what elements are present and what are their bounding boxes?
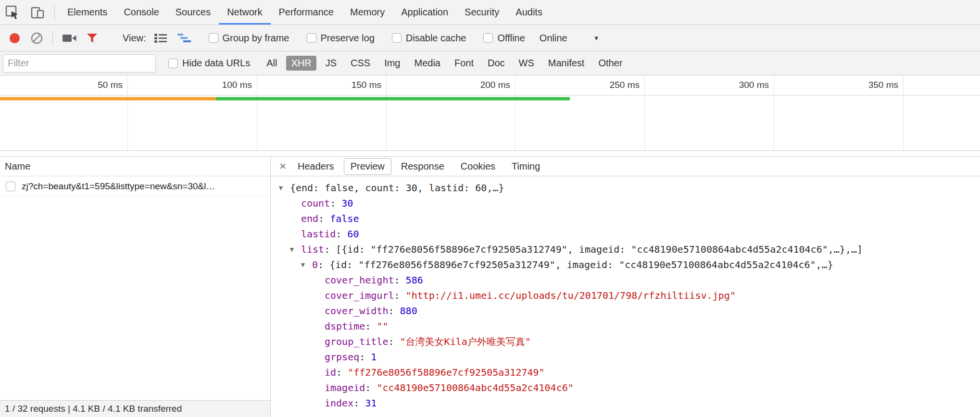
property-key: lastid (301, 228, 336, 240)
detail-tab[interactable]: Response (394, 158, 451, 175)
timeline-bar (216, 97, 570, 100)
detail-tab-label: Headers (298, 161, 334, 172)
resource-type-filter[interactable]: Other (593, 56, 627, 71)
resource-type-filter-label: CSS (351, 58, 370, 68)
filter-row: Hide data URLs All XHR JS CSS (0, 51, 980, 75)
toolbar-checkbox-group[interactable]: Preserve log (307, 33, 375, 44)
detail-tab[interactable]: Headers (291, 158, 341, 175)
panel-tab[interactable]: Console (115, 0, 167, 25)
request-row[interactable]: zj?ch=beauty&t1=595&listtype=new&sn=30&l… (0, 176, 270, 196)
panel-tab[interactable]: Memory (342, 0, 393, 25)
inspect-element-button[interactable] (0, 0, 25, 25)
panel-tab[interactable]: Audits (507, 0, 551, 25)
property-key: grpseq (325, 351, 359, 363)
checkbox[interactable] (307, 33, 316, 43)
panel-tab-label: Network (227, 7, 262, 18)
panel-tab[interactable]: Application (393, 0, 456, 25)
filter-toggle-button[interactable] (82, 33, 102, 43)
preview-tree-row[interactable]: imageid : "cc48190e57100864abc4d55a2c410… (271, 380, 980, 395)
preview-tree-row[interactable]: ▼ 0 : {id: "ff276e8056f58896e7cf92505a31… (271, 257, 980, 272)
close-icon[interactable]: × (275, 159, 291, 173)
resource-type-filter-label: Img (384, 58, 400, 68)
preview-tree-row[interactable]: ▼ list : [{id: "ff276e8056f58896e7cf9250… (271, 242, 980, 257)
preview-tree-row[interactable]: dsptime : "" (271, 319, 980, 334)
resource-type-filter[interactable]: Doc (483, 56, 510, 71)
device-toolbar-icon (30, 5, 45, 20)
list-view-button[interactable] (149, 33, 172, 43)
screenshot-capture-button[interactable] (57, 33, 82, 43)
checkbox[interactable] (168, 59, 178, 68)
filter-input[interactable] (3, 54, 156, 73)
panel-tab-label: Audits (515, 7, 542, 18)
resource-type-filter[interactable]: Media (409, 56, 445, 71)
panel-tab[interactable]: Elements (59, 0, 115, 25)
record-button[interactable] (10, 33, 20, 43)
expander-icon[interactable]: ▼ (277, 184, 290, 192)
preview-tree-row[interactable]: cover_width : 880 (271, 303, 980, 319)
resource-type-filter[interactable]: Font (450, 56, 478, 71)
panel-tab[interactable]: Security (456, 0, 507, 25)
property-value: {end: false, count: 30, lastid: 60,…} (290, 182, 504, 194)
timeline-gridline (774, 75, 774, 150)
expander-icon[interactable]: ▼ (289, 245, 301, 253)
detail-tab[interactable]: Timing (505, 158, 547, 175)
resource-type-filter[interactable]: Img (379, 56, 405, 71)
preview-tree-row[interactable]: count : 30 (271, 196, 980, 211)
checkbox[interactable] (209, 33, 218, 43)
preview-tree-row[interactable]: lastid : 60 (271, 226, 980, 242)
property-value: 60 (347, 228, 359, 240)
devtools-tabbar: Elements Console Sources Network Perform… (0, 0, 980, 25)
resource-type-filter[interactable]: CSS (346, 56, 375, 71)
property-key: id (325, 367, 336, 378)
property-colon: : (318, 259, 329, 270)
timeline-overview[interactable]: 50 ms100 ms150 ms200 ms250 ms300 ms350 m… (0, 75, 980, 151)
toolbar-checkbox-group[interactable]: Disable cache (392, 33, 466, 44)
property-key: cover_width (325, 305, 388, 317)
timeline-tick-label: 200 ms (429, 80, 510, 90)
resource-type-filter[interactable]: Manifest (543, 56, 590, 71)
preview-tree-row[interactable]: grpseq : 1 (271, 349, 980, 365)
resource-type-filter[interactable]: XHR (286, 56, 316, 71)
detail-tab[interactable]: Cookies (454, 158, 502, 175)
checkbox[interactable] (392, 33, 402, 43)
resource-type-filter[interactable]: All (262, 56, 282, 71)
clear-button[interactable] (25, 32, 48, 45)
preview-tree-row[interactable]: ▼ {end: false, count: 30, lastid: 60,…} (271, 180, 980, 196)
preview-tree-row[interactable]: index : 31 (271, 395, 980, 411)
hide-data-urls-checkbox[interactable]: Hide data URLs (168, 58, 250, 69)
preview-tree-row[interactable]: cover_imgurl : "http://i1.umei.cc/upload… (271, 288, 980, 303)
panel-tab[interactable]: Performance (271, 0, 342, 25)
timeline-gridline (644, 75, 645, 150)
panel-tab-label: Sources (176, 7, 211, 18)
resource-type-filter[interactable]: JS (321, 56, 341, 71)
request-icon (6, 182, 15, 191)
inspect-cursor-icon (5, 5, 20, 20)
preview-tree-row[interactable]: end : false (271, 211, 980, 226)
waterfall-view-button[interactable] (172, 33, 196, 43)
preview-tree-row[interactable]: id : "ff276e8056f58896e7cf92505a312749" (271, 365, 980, 380)
property-key: dsptime (325, 320, 365, 332)
devtools-window: Elements Console Sources Network Perform… (0, 0, 980, 417)
toolbar-checkbox-group[interactable]: Group by frame (209, 33, 289, 44)
detail-tab[interactable]: Preview (344, 158, 391, 175)
detail-tab-list: Headers Preview Response Cookies (291, 158, 547, 175)
resource-type-filter-label: Manifest (548, 58, 585, 68)
resource-type-filter[interactable]: WS (514, 56, 539, 71)
name-column-header[interactable]: Name (0, 157, 270, 176)
resource-type-filter-label: Media (414, 58, 440, 68)
property-value: "台湾美女Kila户外唯美写真" (400, 335, 531, 348)
panel-tab[interactable]: Network (219, 0, 270, 25)
panel-tab-label: Security (465, 7, 499, 18)
property-key: cover_imgurl (325, 290, 394, 301)
device-toolbar-button[interactable] (25, 0, 50, 25)
panel-tab[interactable]: Sources (167, 0, 219, 25)
preview-tree-row[interactable]: cover_height : 586 (271, 272, 980, 288)
checkbox-label: Disable cache (406, 33, 466, 44)
property-value: 30 (341, 197, 353, 209)
resource-type-filter-label: XHR (291, 58, 311, 68)
checkbox[interactable] (483, 33, 493, 43)
toolbar-checkbox-group[interactable]: Offline (483, 33, 525, 44)
preview-tree-row[interactable]: group_title : "台湾美女Kila户外唯美写真" (271, 334, 980, 349)
throttling-select[interactable]: Online ▼ (540, 33, 600, 44)
expander-icon[interactable]: ▼ (300, 261, 312, 269)
